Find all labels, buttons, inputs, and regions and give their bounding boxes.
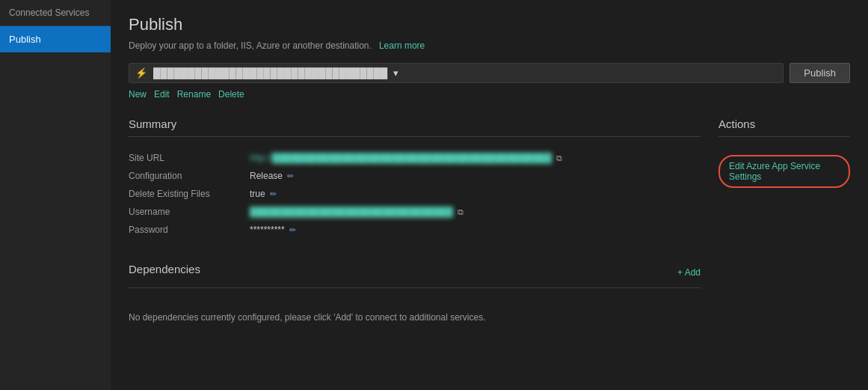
edit-configuration-icon[interactable]: ✏ [287, 171, 294, 181]
edit-link[interactable]: Edit [154, 89, 170, 100]
summary-value-site-url: http://█████████████████████████████████… [250, 153, 562, 163]
configuration-value: Release [250, 171, 283, 181]
summary-value-password: ********** ✏ [250, 225, 296, 235]
actions-title: Actions [718, 118, 850, 130]
dependencies-divider [129, 287, 701, 288]
rename-link[interactable]: Rename [177, 89, 211, 100]
actions-divider [718, 136, 850, 137]
copy-username-icon[interactable]: ⧉ [458, 207, 464, 217]
copy-url-icon[interactable]: ⧉ [556, 153, 562, 163]
subtitle-text: Deploy your app to a folder, IIS, Azure … [129, 40, 372, 51]
summary-row-username: Username ███████████████████████████████… [129, 203, 701, 221]
summary-row-delete-files: Delete Existing Files true ✏ [129, 185, 701, 203]
sidebar: Connected Services Publish [0, 0, 111, 390]
new-link[interactable]: New [129, 89, 147, 100]
summary-value-delete-files: true ✏ [250, 189, 277, 199]
summary-row-site-url: Site URL http://████████████████████████… [129, 149, 701, 167]
summary-label-configuration: Configuration [129, 171, 241, 181]
dependencies-title: Dependencies [129, 263, 200, 275]
profile-actions: New Edit Rename Delete [129, 89, 850, 100]
two-col-layout: Summary Site URL http://████████████████… [129, 118, 850, 335]
sidebar-item-connected-services[interactable]: Connected Services [0, 0, 111, 26]
summary-value-username: ████████████████████████████████ ⧉ [250, 207, 464, 217]
summary-title: Summary [129, 118, 701, 130]
edit-azure-settings-button[interactable]: Edit Azure App Service Settings [718, 155, 850, 188]
summary-value-configuration: Release ✏ [250, 171, 294, 181]
profile-bar: ⚡ ██████████████████████████████████ ▾ [129, 63, 784, 83]
publish-button[interactable]: Publish [789, 63, 850, 83]
page-title: Publish [129, 15, 850, 34]
site-url-value: http://█████████████████████████████████… [250, 153, 552, 163]
summary-row-configuration: Configuration Release ✏ [129, 167, 701, 185]
sidebar-item-publish[interactable]: Publish [0, 26, 111, 52]
profile-name: ██████████████████████████████████ [153, 67, 387, 79]
summary-label-delete-files: Delete Existing Files [129, 189, 241, 199]
edit-delete-files-icon[interactable]: ✏ [270, 189, 277, 199]
dependencies-header-row: Dependencies + Add [129, 263, 701, 281]
edit-password-icon[interactable]: ✏ [289, 225, 296, 235]
username-value: ████████████████████████████████ [250, 207, 453, 217]
main-content: Publish Deploy your app to a folder, IIS… [111, 0, 868, 390]
delete-link[interactable]: Delete [218, 89, 244, 100]
dependencies-section: Dependencies + Add No dependencies curre… [129, 263, 701, 335]
password-value: ********** [250, 225, 285, 235]
delete-files-value: true [250, 189, 265, 199]
actions-section: Actions Edit Azure App Service Settings [701, 118, 850, 335]
summary-divider [129, 136, 701, 137]
summary-table: Site URL http://████████████████████████… [129, 149, 701, 239]
summary-label-password: Password [129, 225, 241, 235]
summary-row-password: Password ********** ✏ [129, 221, 701, 239]
profile-dropdown-arrow[interactable]: ▾ [393, 67, 398, 79]
subtitle: Deploy your app to a folder, IIS, Azure … [129, 40, 850, 51]
dependencies-empty-message: No dependencies currently configured, pl… [129, 300, 701, 335]
summary-section: Summary Site URL http://████████████████… [129, 118, 701, 335]
profile-bar-row: ⚡ ██████████████████████████████████ ▾ P… [129, 63, 850, 83]
summary-label-site-url: Site URL [129, 153, 241, 163]
learn-more-link[interactable]: Learn more [379, 40, 425, 51]
summary-label-username: Username [129, 207, 241, 217]
lightning-icon: ⚡ [135, 67, 147, 79]
add-dependency-button[interactable]: + Add [677, 267, 701, 278]
